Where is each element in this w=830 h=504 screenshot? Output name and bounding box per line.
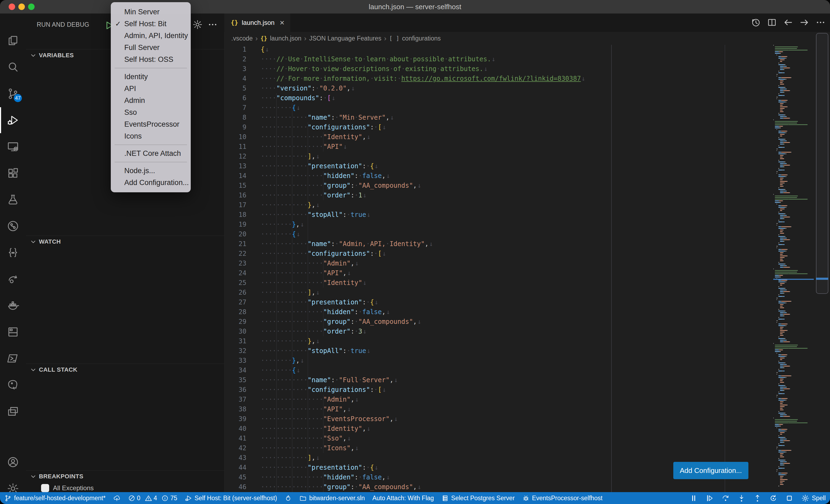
extensions-icon[interactable] [7, 167, 19, 179]
line-number: 23 [224, 259, 247, 268]
debug-config-item[interactable]: Self Host: Bit (server-selfhost) [185, 495, 277, 502]
section-header-breakpoints[interactable]: BREAKPOINTS [26, 470, 224, 482]
line-number: 1 [224, 44, 247, 54]
info-count[interactable]: 75 [161, 495, 177, 502]
menu-item-node-js[interactable]: Node.js... [111, 165, 191, 177]
minimap[interactable] [773, 45, 814, 492]
breadcrumb-item[interactable]: .vscode [231, 35, 253, 42]
tab-launch-json[interactable]: {} launch.json × [224, 13, 290, 32]
code-line: 6····"compounds":·[↓ [224, 93, 336, 103]
flame-icon [285, 495, 292, 502]
publish-item[interactable] [113, 495, 121, 502]
solution-item[interactable]: bitwarden-server.sln [299, 495, 365, 502]
code-line: 42················"Icons",↓ [224, 443, 359, 453]
scm-badge: 47 [14, 94, 22, 102]
scrollbar-decoration [816, 278, 828, 280]
debug-configuration-menu: Min Server✓Self Host: BitAdmin, API, Ide… [111, 2, 191, 192]
powershell-icon[interactable] [7, 352, 19, 365]
source-control-icon[interactable]: 47 [7, 88, 19, 100]
debug-step-out[interactable] [753, 494, 762, 502]
code-line: 25················"Identity"↓ [224, 278, 366, 288]
remote-explorer-icon[interactable] [7, 140, 19, 153]
section-header-watch[interactable]: WATCH [26, 236, 224, 247]
navigate-back-icon[interactable] [783, 17, 793, 28]
debug-step-over[interactable] [722, 494, 730, 502]
postgres-item[interactable]: Select Postgres Server [442, 495, 515, 502]
storage-icon[interactable] [7, 326, 19, 338]
chevron-down-icon [30, 238, 37, 245]
menu-item-identity[interactable]: Identity [111, 71, 191, 82]
close-tab-icon[interactable]: × [280, 19, 285, 27]
warnings-count[interactable]: 4 [145, 495, 157, 502]
flame-item[interactable] [285, 495, 292, 502]
split-editor-icon[interactable] [767, 17, 777, 28]
array-symbol-icon: [ ] [389, 35, 399, 42]
menu-item-admin-api-identity[interactable]: Admin, API, Identity [111, 30, 191, 42]
errors-count[interactable]: 0 [128, 495, 140, 502]
debug-continue[interactable] [705, 494, 714, 502]
add-configuration-button[interactable]: Add Configuration... [673, 462, 748, 479]
status-label: Select Postgres Server [451, 495, 515, 502]
line-number: 11 [224, 142, 247, 152]
files-icon[interactable] [7, 35, 19, 47]
breadcrumb-item[interactable]: launch.json [270, 35, 301, 42]
spell-item[interactable]: Spell [801, 494, 826, 502]
json-file-icon: {} [231, 19, 238, 26]
menu-item-min-server[interactable]: Min Server [111, 6, 191, 18]
menu-item-icons[interactable]: Icons [111, 130, 191, 142]
sidebar-title: RUN AND DEBUG [37, 13, 89, 36]
menu-item-sso[interactable]: Sso [111, 106, 191, 118]
auto-attach-item[interactable]: Auto Attach: With Flag [372, 495, 434, 502]
breadcrumb-item[interactable]: JSON Language Features [309, 35, 381, 42]
menu-item-self-host-oss[interactable]: Self Host: OSS [111, 54, 191, 65]
run-and-debug-icon[interactable] [7, 114, 19, 126]
window-panels-icon[interactable] [7, 405, 19, 417]
account-icon[interactable] [7, 456, 19, 468]
timeline-icon[interactable] [751, 17, 761, 28]
menu-item-add-configuration[interactable]: Add Configuration... [111, 177, 191, 189]
postgres-icon[interactable] [7, 379, 19, 391]
menu-item-eventsprocessor[interactable]: EventsProcessor [111, 118, 191, 130]
json-tools-icon[interactable] [7, 246, 19, 259]
checkbox-unchecked[interactable] [41, 484, 49, 492]
gear-icon[interactable] [192, 20, 203, 30]
live-share-icon[interactable] [7, 273, 19, 285]
section-header-call-stack[interactable]: CALL STACK [26, 364, 224, 375]
menu-item-full-server[interactable]: Full Server [111, 42, 191, 54]
breadcrumb: .vscode›{}launch.json›JSON Language Feat… [231, 32, 441, 45]
search-icon[interactable] [7, 61, 19, 73]
code-line: 17············},↓ [224, 200, 320, 210]
menu-item-self-host-bit[interactable]: ✓Self Host: Bit [111, 18, 191, 30]
git-branch-icon [4, 495, 11, 502]
more-actions-icon[interactable] [208, 20, 218, 30]
restart-icon [769, 494, 777, 502]
breadcrumb-item[interactable]: configurations [402, 35, 441, 42]
code-line: 22············"configurations":·[↓ [224, 249, 386, 259]
menu-item-label: EventsProcessor [124, 120, 180, 128]
git-graph-icon[interactable] [7, 220, 19, 232]
editor-actions [751, 17, 826, 28]
code-line: 9············"configurations":·[↓ [224, 122, 386, 132]
server-icon [442, 495, 449, 502]
vertical-scrollbar[interactable] [816, 33, 828, 294]
branch-item[interactable]: feature/self-hosted-development* [4, 495, 106, 502]
debug-stop[interactable] [785, 494, 794, 502]
menu-item-label: Add Configuration... [124, 178, 189, 187]
breakpoint-row[interactable]: All Exceptions [26, 482, 224, 492]
status-label: bitwarden-server.sln [309, 495, 365, 502]
test-beaker-icon[interactable] [7, 193, 19, 206]
menu-item-api[interactable]: API [111, 82, 191, 95]
line-number: 7 [224, 103, 247, 113]
problems-item[interactable]: 0475 [128, 495, 177, 502]
menu-item-net-core-attach[interactable]: .NET Core Attach [111, 147, 191, 159]
debug-restart[interactable] [769, 494, 777, 502]
debug-pause[interactable] [690, 494, 698, 502]
docker-icon[interactable] [7, 299, 19, 312]
step-out-icon [753, 494, 762, 502]
events-processor-item[interactable]: EventsProcessor-selfhost [522, 495, 603, 502]
code-line: 24················"API",↓ [224, 268, 351, 278]
debug-step-into[interactable] [737, 494, 746, 502]
menu-item-admin[interactable]: Admin [111, 95, 191, 106]
navigate-forward-icon[interactable] [799, 17, 809, 28]
ellipsis-icon[interactable] [816, 17, 826, 28]
